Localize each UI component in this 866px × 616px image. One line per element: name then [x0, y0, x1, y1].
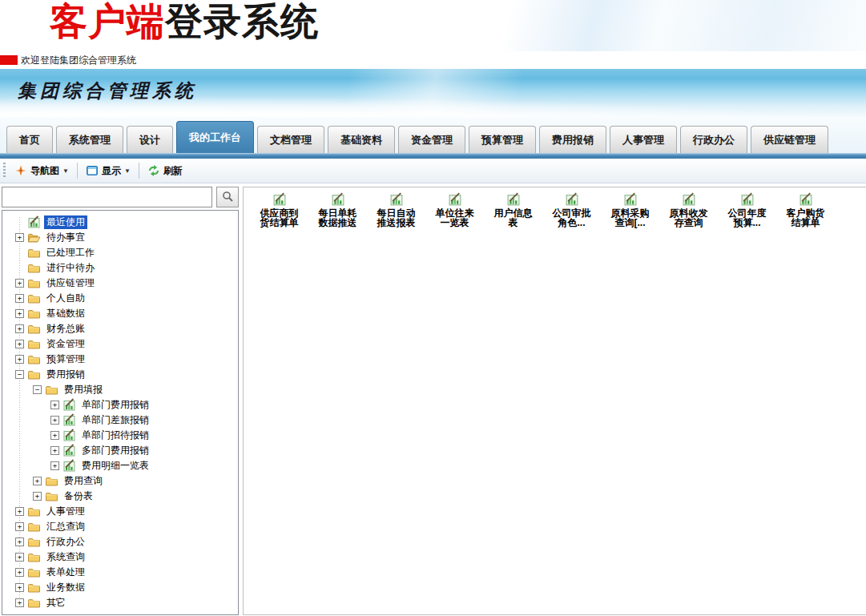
chart-report-icon	[62, 398, 76, 412]
tree-item-23[interactable]: +系统查询	[7, 550, 238, 565]
expand-plus-icon[interactable]: +	[33, 477, 42, 485]
expand-plus-icon[interactable]: +	[15, 553, 24, 562]
shortcut-item-8[interactable]: 原料收发 存查询	[659, 192, 718, 227]
expand-plus-icon[interactable]: +	[15, 355, 24, 364]
tab-10[interactable]: 人事管理	[610, 126, 677, 153]
folder-icon	[27, 505, 41, 518]
tab-1[interactable]: 首页	[6, 126, 53, 153]
folder-icon	[27, 307, 41, 320]
expand-plus-icon[interactable]: +	[15, 507, 24, 516]
expand-plus-icon[interactable]: +	[15, 309, 24, 318]
tree-item-label: 人事管理	[44, 505, 87, 518]
shortcut-item-2[interactable]: 每日单耗 数据推送	[308, 192, 367, 227]
expand-plus-icon[interactable]: +	[50, 446, 59, 455]
folder-open-icon	[27, 231, 41, 244]
tree-item-21[interactable]: +汇总查询	[7, 519, 238, 534]
tree-item-11[interactable]: −费用报销	[7, 367, 238, 382]
tree-item-15[interactable]: +单部门招待报销	[7, 428, 238, 443]
expand-plus-icon[interactable]: +	[15, 279, 24, 288]
tree-item-2[interactable]: +待办事宜	[7, 230, 238, 245]
tree-item-5[interactable]: +供应链管理	[7, 276, 238, 291]
folder-icon	[27, 535, 41, 549]
expand-plus-icon[interactable]: +	[50, 461, 59, 470]
search-button[interactable]	[216, 187, 239, 207]
shortcut-label: 每日单耗 数据推送	[319, 208, 357, 227]
expand-plus-icon[interactable]: +	[15, 324, 24, 333]
expand-plus-icon[interactable]: +	[50, 401, 59, 409]
tree-item-3[interactable]: 已处理工作	[7, 245, 238, 260]
tree-item-18[interactable]: +费用查询	[7, 473, 238, 489]
tree-item-label: 单部门费用报销	[79, 398, 151, 412]
tree-item-19[interactable]: +备份表	[7, 489, 238, 504]
shortcut-item-6[interactable]: 公司审批 角色...	[542, 192, 601, 227]
expand-plus-icon[interactable]: +	[15, 340, 24, 348]
tree-item-label: 汇总查询	[44, 520, 87, 533]
tree-item-1[interactable]: 最近使用	[7, 215, 238, 230]
shortcut-item-4[interactable]: 单位往来 一览表	[425, 192, 484, 227]
toolbar-button-2[interactable]: 显示▼	[81, 162, 135, 180]
expand-plus-icon[interactable]: +	[15, 568, 24, 577]
expand-plus-icon[interactable]: +	[15, 294, 24, 303]
expand-plus-icon[interactable]: +	[15, 583, 24, 592]
shortcut-item-9[interactable]: 公司年度 预算...	[718, 192, 776, 227]
chart-report-icon	[272, 192, 287, 207]
tree-item-label: 进行中待办	[44, 261, 97, 275]
tree-item-14[interactable]: +单部门差旅报销	[7, 413, 238, 428]
shortcut-item-3[interactable]: 每日自动 推送报表	[367, 192, 425, 227]
shortcut-label: 原料采购 查询[...	[611, 208, 650, 227]
expand-plus-icon[interactable]: +	[50, 431, 59, 440]
tab-8[interactable]: 预算管理	[469, 126, 536, 153]
tree-item-9[interactable]: +资金管理	[7, 336, 238, 352]
toolbar-button-label: 刷新	[163, 164, 183, 178]
tab-3[interactable]: 设计	[127, 126, 173, 153]
tree-item-7[interactable]: +基础数据	[7, 306, 238, 321]
tree-item-16[interactable]: +多部门费用报销	[7, 443, 238, 458]
shortcut-label: 公司审批 角色...	[553, 208, 591, 227]
tab-2[interactable]: 系统管理	[56, 126, 123, 153]
shortcut-item-7[interactable]: 原料采购 查询[...	[601, 192, 659, 227]
expand-plus-icon[interactable]: +	[15, 233, 24, 242]
tree-item-12[interactable]: −费用填报	[7, 382, 238, 397]
tree-item-13[interactable]: +单部门费用报销	[7, 397, 238, 413]
tree-search-row	[2, 187, 239, 207]
tab-11[interactable]: 行政办公	[680, 126, 747, 153]
toolbar-button-1[interactable]: 导航图▼	[10, 162, 74, 180]
expand-plus-icon[interactable]: +	[33, 492, 42, 501]
collapse-minus-icon[interactable]: −	[33, 385, 42, 394]
tree-item-22[interactable]: +行政办公	[7, 534, 238, 550]
tab-7[interactable]: 资金管理	[398, 126, 465, 153]
tab-5[interactable]: 文档管理	[257, 126, 324, 153]
tree-item-label: 最近使用	[44, 215, 87, 229]
shortcut-label: 公司年度 预算...	[728, 208, 767, 227]
tree-item-4[interactable]: 进行中待办	[7, 260, 238, 276]
expand-plus-icon[interactable]: +	[15, 598, 24, 607]
folder-icon	[27, 566, 41, 579]
shortcut-item-1[interactable]: 供应商到 货结算单	[250, 192, 308, 227]
toolbar-button-label: 导航图	[30, 164, 59, 178]
tab-9[interactable]: 费用报销	[539, 126, 606, 153]
tab-12[interactable]: 供应链管理	[751, 126, 828, 153]
tree-item-6[interactable]: +个人自助	[7, 291, 238, 306]
expand-plus-icon[interactable]: +	[50, 416, 59, 425]
shortcut-item-5[interactable]: 用户信息 表	[484, 192, 542, 227]
folder-icon	[27, 520, 41, 533]
tree-item-10[interactable]: +预算管理	[7, 352, 238, 367]
toolbar-button-3[interactable]: 刷新	[143, 162, 187, 180]
tree-item-8[interactable]: +财务总账	[7, 321, 238, 336]
expand-plus-icon[interactable]: +	[15, 537, 24, 546]
shortcut-item-10[interactable]: 客户购货 结算单	[776, 192, 835, 227]
toolbar-grip-handle[interactable]	[3, 163, 6, 179]
tree-item-17[interactable]: +费用明细一览表	[7, 458, 238, 473]
tree-item-20[interactable]: +人事管理	[7, 504, 238, 519]
collapse-minus-icon[interactable]: −	[15, 370, 24, 379]
tree-item-24[interactable]: +表单处理	[7, 565, 238, 580]
tab-6[interactable]: 基础资料	[328, 126, 395, 153]
tree-item-25[interactable]: +业务数据	[7, 580, 238, 595]
tab-4[interactable]: 我的工作台	[176, 121, 254, 153]
tree-item-26[interactable]: +其它	[7, 595, 238, 610]
search-input[interactable]	[2, 187, 212, 207]
expand-plus-icon[interactable]: +	[15, 522, 24, 531]
toolbar-button-label: 显示	[102, 164, 121, 178]
navigation-tree: 最近使用+待办事宜已处理工作进行中待办+供应链管理+个人自助+基础数据+财务总账…	[2, 210, 239, 615]
chart-report-icon	[389, 192, 404, 207]
